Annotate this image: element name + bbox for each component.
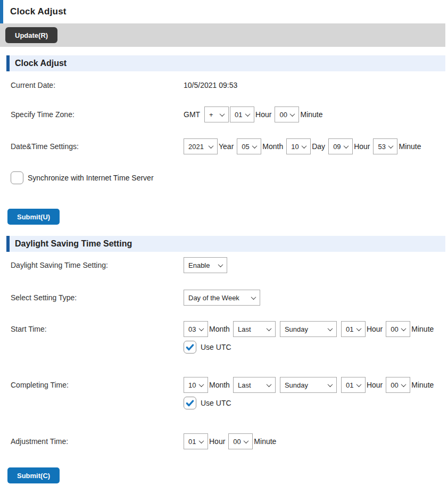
- start-time-label: Start Time:: [11, 321, 184, 334]
- chevron-down-icon: [266, 382, 271, 387]
- adjustment-time-label: Adjustment Time:: [11, 433, 184, 446]
- hour-unit-label: Hour: [209, 437, 225, 446]
- chevron-down-icon: [209, 143, 214, 149]
- start-hour-select[interactable]: 01: [341, 321, 366, 337]
- month-unit-label: Month: [209, 325, 230, 333]
- select-value: 00: [279, 111, 287, 119]
- datetime-settings-row: Date&Time Settings: 2021 Year 05 Month 1…: [11, 138, 448, 154]
- section-header-clock-adjust: Clock Adjust: [6, 55, 445, 71]
- completing-use-utc-checkbox[interactable]: [184, 397, 196, 409]
- chevron-down-icon: [251, 294, 256, 300]
- hour-select[interactable]: 09: [328, 138, 353, 154]
- select-value: 01: [235, 111, 242, 119]
- setting-type-select[interactable]: Day of the Week: [184, 290, 260, 306]
- section-title: Clock Adjust: [15, 59, 67, 68]
- select-value: Last: [238, 325, 251, 333]
- completing-week-select[interactable]: Last: [233, 377, 276, 393]
- chevron-down-icon: [401, 326, 406, 331]
- chevron-down-icon: [220, 111, 225, 117]
- completing-minute-select[interactable]: 00: [386, 377, 410, 393]
- completing-weekday-select[interactable]: Sunday: [280, 377, 337, 393]
- start-use-utc-checkbox[interactable]: [184, 341, 196, 354]
- month-select[interactable]: 05: [237, 138, 261, 154]
- sync-checkbox[interactable]: [11, 171, 23, 184]
- current-date-row: Current Date: 10/5/2021 09:53: [11, 79, 448, 92]
- minute-select[interactable]: 53: [373, 138, 397, 154]
- start-month-select[interactable]: 03: [184, 321, 208, 337]
- completing-hour-select[interactable]: 01: [341, 377, 366, 393]
- minute-unit-label: Minute: [254, 437, 276, 446]
- hour-unit-label: Hour: [367, 325, 383, 333]
- submit-clock-button[interactable]: Submit(U): [7, 209, 60, 225]
- dst-enable-select[interactable]: Enable: [184, 257, 227, 273]
- start-time-row: Start Time: 03 Month Last Sunday: [11, 321, 448, 355]
- start-weekday-select[interactable]: Sunday: [280, 321, 337, 337]
- select-value: 53: [378, 143, 385, 151]
- month-unit-label: Month: [209, 381, 230, 389]
- year-select[interactable]: 2021: [184, 138, 218, 154]
- completing-utc-row: Use UTC: [184, 396, 231, 410]
- chevron-down-icon: [302, 143, 307, 149]
- gmt-prefix: GMT: [184, 110, 200, 119]
- timezone-minute-select[interactable]: 00: [275, 106, 299, 122]
- hour-unit-label: Hour: [367, 381, 383, 389]
- datetime-label: Date&Time Settings:: [11, 138, 184, 151]
- timezone-label: Specify Time Zone:: [11, 106, 184, 119]
- dst-setting-label: Daylight Saving Time Setting:: [11, 257, 184, 270]
- minute-unit-label: Minute: [411, 381, 434, 389]
- select-value: 10: [291, 143, 298, 151]
- daylight-saving-section: Daylight Saving Time Setting Daylight Sa…: [0, 236, 448, 483]
- section-title: Daylight Saving Time Setting: [15, 239, 132, 249]
- setting-type-row: Select Setting Type: Day of the Week: [11, 290, 448, 306]
- select-value: 00: [391, 381, 398, 389]
- timezone-hour-select[interactable]: 01: [230, 106, 254, 122]
- select-value: 01: [346, 325, 353, 333]
- submit-dst-button[interactable]: Submit(C): [7, 467, 60, 483]
- year-unit-label: Year: [219, 142, 234, 151]
- toolbar: Update(R): [0, 23, 445, 47]
- day-select[interactable]: 10: [286, 138, 311, 154]
- completing-time-label: Completing Time:: [11, 377, 184, 390]
- select-value: 05: [242, 143, 249, 151]
- chevron-down-icon: [266, 326, 271, 331]
- select-value: 00: [233, 438, 240, 446]
- chevron-down-icon: [199, 438, 204, 443]
- sync-checkbox-label: Synchronize with Internet Time Server: [28, 174, 154, 182]
- chevron-down-icon: [327, 326, 333, 331]
- page-header: Clock Adjust: [0, 0, 448, 23]
- sync-checkbox-row: Synchronize with Internet Time Server: [11, 171, 448, 184]
- chevron-down-icon: [199, 326, 204, 331]
- completing-time-row: Completing Time: 10 Month Last Sunday: [11, 377, 448, 410]
- hour-unit-label: Hour: [354, 142, 370, 151]
- select-value: Day of the Week: [188, 294, 239, 302]
- setting-type-label: Select Setting Type:: [11, 290, 184, 302]
- day-unit-label: Day: [312, 142, 325, 151]
- timezone-row: Specify Time Zone: GMT + 01 Hour 00 Minu…: [11, 106, 448, 122]
- minute-unit-label: Minute: [399, 142, 421, 151]
- select-value: Enable: [188, 261, 210, 269]
- start-week-select[interactable]: Last: [233, 321, 276, 337]
- chevron-down-icon: [401, 382, 406, 387]
- select-value: 00: [391, 325, 398, 333]
- section-header-daylight-saving: Daylight Saving Time Setting: [6, 236, 445, 252]
- clock-adjust-section: Clock Adjust Current Date: 10/5/2021 09:…: [0, 55, 448, 225]
- adjustment-time-row: Adjustment Time: 01 Hour 00 Minute: [11, 433, 448, 449]
- chevron-down-icon: [327, 382, 333, 387]
- update-button[interactable]: Update(R): [5, 27, 57, 43]
- start-minute-select[interactable]: 00: [386, 321, 410, 337]
- select-value: 10: [188, 381, 196, 389]
- minute-unit-label: Minute: [411, 325, 434, 333]
- adjustment-hour-select[interactable]: 01: [184, 433, 208, 449]
- select-value: 01: [188, 438, 196, 446]
- timezone-sign-select[interactable]: +: [204, 106, 229, 122]
- completing-month-select[interactable]: 10: [184, 377, 208, 393]
- select-value: 03: [188, 325, 196, 333]
- dst-setting-row: Daylight Saving Time Setting: Enable: [11, 257, 448, 273]
- chevron-down-icon: [356, 326, 361, 331]
- current-date-label: Current Date:: [11, 81, 184, 90]
- page-title: Clock Adjust: [10, 6, 67, 17]
- adjustment-minute-select[interactable]: 00: [228, 433, 253, 449]
- chevron-down-icon: [290, 111, 295, 117]
- start-utc-row: Use UTC: [184, 340, 231, 355]
- current-date-value: 10/5/2021 09:53: [184, 81, 237, 90]
